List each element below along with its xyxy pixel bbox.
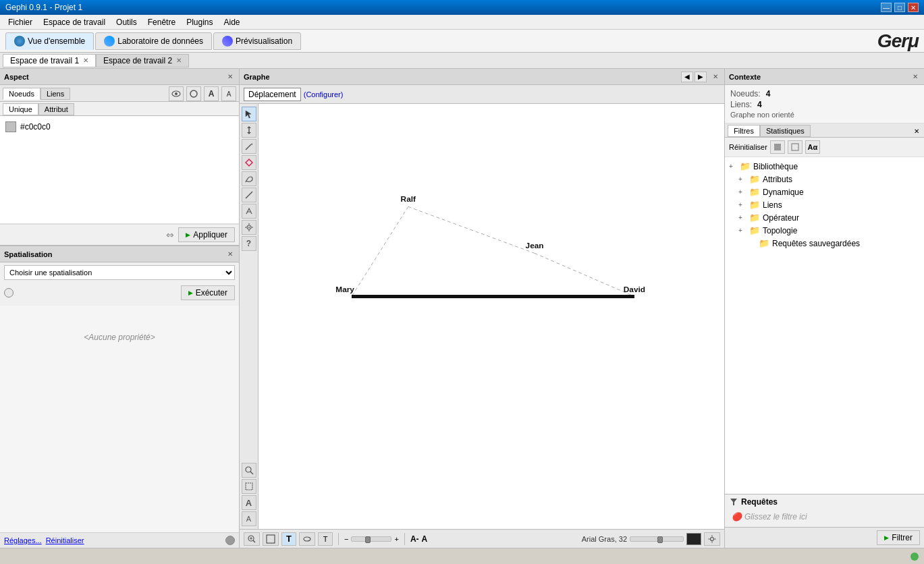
graph-close[interactable]: ✕: [711, 72, 720, 81]
fs-ctrl-btn1[interactable]: ✕: [912, 127, 921, 136]
tree-item-bibliotheque[interactable]: + 📁 Bibliothèque: [728, 160, 921, 173]
tool-diamond[interactable]: [242, 155, 256, 170]
reinit-link[interactable]: Réinitialiser: [46, 536, 84, 544]
status-bar: [0, 548, 924, 564]
color-A2-btn[interactable]: A: [422, 534, 428, 544]
font-size-slider[interactable]: [351, 536, 391, 542]
tree-item-attributs[interactable]: + 📁 Attributs: [737, 173, 921, 186]
expand-bibliotheque: +: [729, 163, 737, 170]
tree-item-requetes-sauvegardees[interactable]: 📁 Requêtes sauvegardées: [746, 237, 921, 250]
sub-tab-attribut[interactable]: Attribut: [38, 103, 74, 115]
tab-filtres[interactable]: Filtres: [728, 125, 760, 137]
nav-next[interactable]: ▶: [695, 72, 707, 82]
filter-btn3[interactable]: Aα: [805, 140, 820, 154]
workspace-tab-1-label: Espace de travail 1: [10, 56, 79, 65]
exec-play-icon: ▶: [188, 289, 193, 296]
color-picker-btn[interactable]: [686, 533, 701, 545]
aspect-refresh-btn[interactable]: [186, 86, 201, 101]
expand-dynamique: +: [738, 188, 746, 196]
side-tools: ? A A: [240, 104, 259, 529]
title-bar: Gephi 0.9.1 - Projet 1 — □ ✕: [0, 0, 924, 15]
tool-label[interactable]: A: [242, 495, 256, 510]
maximize-button[interactable]: □: [894, 3, 905, 12]
reinit-label[interactable]: Réinitialiser: [729, 143, 767, 151]
menu-espace-travail[interactable]: Espace de travail: [38, 16, 111, 28]
tool-select-rect[interactable]: [242, 479, 256, 494]
exec-button[interactable]: ▶ Exécuter: [181, 285, 235, 300]
bottom-shape-btn[interactable]: [299, 532, 315, 546]
bottom-size-btn[interactable]: [263, 532, 279, 546]
tree-label-dynamique: Dynamique: [763, 188, 804, 197]
tab-vue-ensemble[interactable]: Vue d'ensemble: [5, 32, 94, 50]
aspect-tab-liens[interactable]: Liens: [40, 88, 70, 100]
tool-settings[interactable]: [242, 220, 256, 235]
close-button[interactable]: ✕: [908, 3, 919, 12]
tree-item-topologie[interactable]: + 📁 Topologie: [737, 224, 921, 237]
expand-operateur: +: [738, 214, 746, 221]
bottom-text-btn[interactable]: T: [281, 532, 296, 546]
tool-help[interactable]: ?: [242, 236, 256, 251]
sub-tab-unique[interactable]: Unique: [3, 103, 38, 115]
spatialisation-close[interactable]: ✕: [225, 250, 235, 258]
tool-resize[interactable]: [242, 123, 256, 138]
minimize-button[interactable]: —: [881, 3, 892, 12]
rect-select-icon: [244, 482, 254, 491]
workspace-tabs: Espace de travail 1 ✕ Espace de travail …: [0, 53, 924, 69]
context-close[interactable]: ✕: [911, 72, 920, 81]
tool-select[interactable]: [242, 107, 256, 121]
menu-aide[interactable]: Aide: [218, 16, 245, 28]
tree-item-operateur[interactable]: + 📁 Opérateur: [737, 211, 921, 224]
tool-deplacement[interactable]: Déplacement: [244, 88, 301, 101]
bottom-attr-btn[interactable]: T: [318, 532, 333, 546]
workspace-tab-1-close[interactable]: ✕: [83, 57, 88, 64]
tool-label2[interactable]: A: [242, 511, 256, 526]
filter-btn2[interactable]: [788, 140, 803, 154]
configure-link[interactable]: (Configurer): [304, 90, 344, 98]
aspect-font-btn[interactable]: A: [204, 86, 219, 101]
workspace-tab-1[interactable]: Espace de travail 1 ✕: [3, 54, 96, 67]
graph-bottom-toolbar: T T − + A- A Arial Gras, 32: [240, 529, 724, 548]
color-swatch[interactable]: [5, 121, 16, 132]
menu-plugins[interactable]: Plugins: [181, 16, 218, 28]
graph-canvas[interactable]: Ralf Jean Mary David: [259, 104, 724, 529]
aspect-panel-close[interactable]: ✕: [225, 72, 235, 81]
color-A-btn[interactable]: A-: [410, 534, 419, 544]
tool-pencil[interactable]: [242, 139, 256, 154]
tool-deplacement-label: Déplacement: [248, 90, 296, 99]
tree-item-liens[interactable]: + 📁 Liens: [737, 198, 921, 211]
font-slider[interactable]: [630, 536, 684, 542]
workspace-tab-2-close[interactable]: ✕: [176, 57, 182, 64]
apply-button[interactable]: ▶ Appliquer: [178, 227, 235, 242]
aspect-tab-noeuds[interactable]: Noeuds: [3, 88, 40, 100]
tool-transform[interactable]: [242, 204, 256, 219]
zoom-icon: [247, 534, 256, 544]
spatialisation-content: Choisir une spatialisation ▶ Exécuter: [0, 262, 239, 306]
slider-plus[interactable]: +: [394, 535, 398, 543]
tab-previsualisation[interactable]: Prévisualisation: [213, 32, 301, 50]
spatialisation-select[interactable]: Choisir une spatialisation: [4, 265, 235, 280]
aspect-icon-group: A A: [169, 86, 236, 101]
tool-line[interactable]: [242, 188, 256, 202]
bottom-zoom-btn[interactable]: [244, 532, 260, 546]
settings-link[interactable]: Réglages...: [4, 536, 42, 544]
tool-paint[interactable]: [242, 171, 256, 186]
tree-label-req-sauv: Requêtes sauvegardées: [772, 239, 860, 248]
bottom-settings-btn[interactable]: [704, 532, 720, 546]
menu-outils[interactable]: Outils: [111, 16, 142, 28]
slider-minus[interactable]: −: [344, 535, 348, 543]
aspect-eye-btn[interactable]: [169, 86, 184, 101]
tab-laboratoire[interactable]: Laboratoire de données: [95, 32, 212, 50]
menu-fichier[interactable]: Fichier: [3, 16, 38, 28]
radio-dot[interactable]: [4, 288, 13, 298]
expand-attributs: +: [738, 175, 746, 183]
menu-fenetre[interactable]: Fenêtre: [142, 16, 181, 28]
workspace-tab-2[interactable]: Espace de travail 2 ✕: [96, 54, 189, 67]
tab-statistiques[interactable]: Statistiques: [760, 125, 811, 137]
aspect-panel-controls: ✕: [225, 72, 235, 81]
nav-prev[interactable]: ◀: [681, 72, 693, 82]
tree-item-dynamique[interactable]: + 📁 Dynamique: [737, 186, 921, 198]
filter-btn1[interactable]: [770, 140, 785, 154]
tool-zoom-fit[interactable]: [242, 463, 256, 478]
filter-button[interactable]: ▶ Filtrer: [877, 530, 920, 545]
aspect-size-btn[interactable]: A: [221, 86, 236, 101]
